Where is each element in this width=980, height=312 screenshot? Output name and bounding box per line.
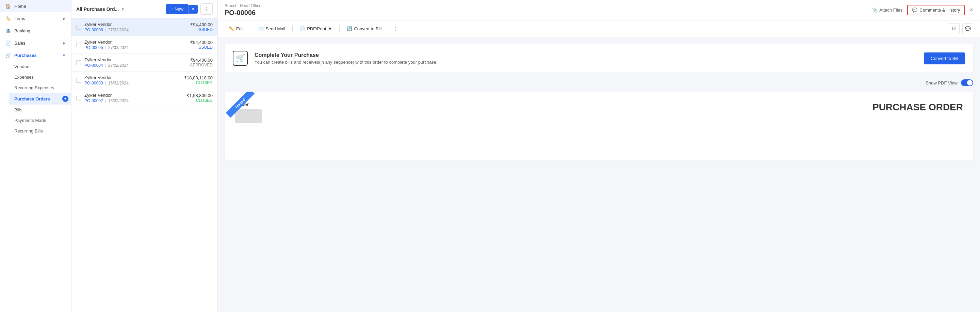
complete-purchase-desc: You can create bills and receives(in any… bbox=[255, 59, 917, 65]
toolbar-more-button[interactable]: ⋮ bbox=[388, 24, 402, 34]
detail-toolbar: ✏️ Edit ✉️ Send Mail 📄 PDF/Print ▼ 🔄 Con… bbox=[218, 21, 980, 37]
list-more-button[interactable]: ⋮ bbox=[200, 3, 213, 14]
vendor-name: Zylker Vendor bbox=[84, 57, 186, 62]
sidebar-item-banking[interactable]: 🏦 Banking bbox=[0, 24, 71, 37]
status-badge: CLOSED bbox=[186, 98, 213, 103]
banking-icon: 🏦 bbox=[5, 28, 11, 34]
status-badge: ISSUED bbox=[190, 27, 213, 32]
vendor-name: Zylker Vendor bbox=[84, 93, 183, 98]
attach-files-button[interactable]: 📎 Attach Files bbox=[872, 8, 902, 13]
sales-chevron: ▶ bbox=[63, 41, 66, 45]
vendor-name: Zylker Vendor bbox=[84, 40, 187, 45]
convert-icon: 🔄 bbox=[347, 26, 352, 31]
row-content: Zylker Vendor PO-00005 | 27/02/2024 bbox=[84, 40, 187, 50]
sales-icon: 📄 bbox=[5, 40, 11, 46]
items-icon: 🏷️ bbox=[5, 16, 11, 21]
sidebar-item-vendors[interactable]: Vendors bbox=[14, 61, 71, 72]
sidebar-item-recurring-bills[interactable]: Recurring Bills bbox=[14, 126, 71, 136]
edit-button[interactable]: ✏️ Edit bbox=[224, 24, 248, 34]
sidebar-item-bills[interactable]: Bills bbox=[14, 104, 71, 115]
sidebar-item-purchases[interactable]: 🛒 Purchases ▼ bbox=[0, 49, 71, 61]
po-number[interactable]: PO-00002 bbox=[84, 98, 103, 103]
po-date: 13/02/2024 bbox=[108, 98, 129, 103]
row-checkbox[interactable] bbox=[76, 78, 81, 83]
detail-body: 🛒 Complete Your Purchase You can create … bbox=[218, 37, 980, 312]
amount-value: ₹18,88,118.00 bbox=[184, 75, 213, 80]
convert-to-bill-toolbar-button[interactable]: 🔄 Convert to Bill bbox=[342, 24, 386, 34]
pdf-preview-inner: Zylker PURCHASE ORDER bbox=[224, 92, 973, 133]
sidebar-item-purchase-orders[interactable]: Purchase Orders + bbox=[9, 93, 71, 104]
list-panel: All Purchase Ord... ▼ + New ▼ ⋮ Zylker V… bbox=[72, 0, 218, 312]
issued-ribbon: Issued bbox=[224, 92, 255, 122]
amount-value: ₹94,400.00 bbox=[190, 58, 213, 63]
row-meta: PO-00004 | 27/02/2024 bbox=[84, 63, 186, 68]
row-amount: ₹94,400.00 APPROVED bbox=[190, 58, 213, 67]
row-checkbox[interactable] bbox=[76, 43, 81, 47]
approve-icon-button[interactable]: ☑ bbox=[949, 23, 959, 34]
po-number[interactable]: PO-00004 bbox=[84, 63, 103, 68]
po-date: 27/02/2024 bbox=[108, 45, 129, 50]
close-button[interactable]: × bbox=[969, 6, 973, 14]
cart-icon: 🛒 bbox=[233, 51, 248, 66]
purchases-submenu: Vendors Expenses Recurring Expenses Purc… bbox=[0, 61, 71, 136]
row-checkbox[interactable] bbox=[76, 96, 81, 101]
sidebar-item-payments-made[interactable]: Payments Made bbox=[14, 115, 71, 126]
status-badge: CLOSED bbox=[184, 80, 213, 85]
pdf-preview: Issued Zylker PURCHASE ORDER bbox=[224, 92, 973, 160]
sidebar-item-home[interactable]: 🏠 Home bbox=[0, 0, 71, 12]
status-badge: APPROVED bbox=[190, 63, 213, 67]
comments-icon: 💬 bbox=[912, 8, 917, 13]
send-mail-button[interactable]: ✉️ Send Mail bbox=[254, 24, 290, 34]
amount-value: ₹94,400.00 bbox=[190, 40, 213, 45]
add-purchase-order-icon[interactable]: + bbox=[62, 96, 68, 102]
comments-history-button[interactable]: 💬 Comments & History bbox=[907, 5, 965, 15]
row-checkbox[interactable] bbox=[76, 25, 81, 30]
pdf-title: PURCHASE ORDER bbox=[279, 102, 963, 123]
purchases-icon: 🛒 bbox=[5, 53, 11, 58]
new-button[interactable]: + New bbox=[166, 4, 188, 14]
po-number-heading: PO-00006 bbox=[224, 9, 261, 17]
vendor-name: Zylker Vendor bbox=[84, 22, 187, 27]
toolbar-sep-2 bbox=[292, 25, 293, 32]
po-date: 15/02/2024 bbox=[108, 81, 129, 85]
sidebar-item-sales[interactable]: 📄 Sales ▶ bbox=[0, 37, 71, 49]
pdf-view-toggle[interactable] bbox=[961, 79, 973, 86]
row-checkbox[interactable] bbox=[76, 60, 81, 65]
list-title[interactable]: All Purchase Ord... ▼ bbox=[76, 6, 124, 12]
amount-value: ₹1,98,800.00 bbox=[186, 93, 213, 98]
edit-icon: ✏️ bbox=[229, 26, 234, 31]
list-item[interactable]: Zylker Vendor PO-00002 | 13/02/2024 ₹1,9… bbox=[72, 89, 218, 107]
pdf-icon: 📄 bbox=[300, 26, 305, 31]
detail-header-left: Branch: Head Office PO-00006 bbox=[224, 3, 261, 17]
row-amount: ₹1,98,800.00 CLOSED bbox=[186, 93, 213, 103]
row-content: Zylker Vendor PO-00002 | 13/02/2024 bbox=[84, 93, 183, 103]
status-badge: ISSUED bbox=[190, 45, 213, 50]
row-meta: PO-00002 | 13/02/2024 bbox=[84, 98, 183, 103]
list-title-caret: ▼ bbox=[121, 7, 124, 11]
po-number[interactable]: PO-00006 bbox=[84, 27, 103, 32]
sidebar-item-items[interactable]: 🏷️ Items ▶ bbox=[0, 12, 71, 24]
purchases-chevron: ▼ bbox=[62, 53, 66, 57]
toolbar-sep-3 bbox=[339, 25, 340, 32]
chat-icon-button[interactable]: 💬 bbox=[962, 23, 973, 34]
toolbar-right-actions: ☑ 💬 bbox=[949, 23, 973, 34]
new-dropdown-button[interactable]: ▼ bbox=[188, 5, 198, 14]
vendor-name: Zylker Vendor bbox=[84, 75, 181, 80]
list-item[interactable]: Zylker Vendor PO-00006 | 27/02/2024 ₹94,… bbox=[72, 18, 218, 36]
convert-to-bill-button[interactable]: Convert to Bill bbox=[924, 53, 965, 64]
amount-value: ₹94,400.00 bbox=[190, 22, 213, 27]
sidebar-item-expenses[interactable]: Expenses bbox=[14, 72, 71, 82]
row-content: Zylker Vendor PO-00004 | 27/02/2024 bbox=[84, 57, 186, 68]
list-item[interactable]: Zylker Vendor PO-00003 | 15/02/2024 ₹18,… bbox=[72, 72, 218, 89]
sidebar-item-recurring-expenses[interactable]: Recurring Expenses bbox=[14, 82, 71, 93]
row-meta: PO-00005 | 27/02/2024 bbox=[84, 45, 187, 50]
row-meta: PO-00006 | 27/02/2024 bbox=[84, 27, 187, 32]
detail-panel: Branch: Head Office PO-00006 📎 Attach Fi… bbox=[218, 0, 980, 312]
list-item[interactable]: Zylker Vendor PO-00005 | 27/02/2024 ₹94,… bbox=[72, 36, 218, 54]
po-number[interactable]: PO-00003 bbox=[84, 81, 103, 85]
row-amount: ₹94,400.00 ISSUED bbox=[190, 22, 213, 32]
pdf-print-button[interactable]: 📄 PDF/Print ▼ bbox=[295, 24, 337, 34]
list-item[interactable]: Zylker Vendor PO-00004 | 27/02/2024 ₹94,… bbox=[72, 54, 218, 72]
pdf-print-caret: ▼ bbox=[328, 26, 332, 31]
po-number[interactable]: PO-00005 bbox=[84, 45, 103, 50]
